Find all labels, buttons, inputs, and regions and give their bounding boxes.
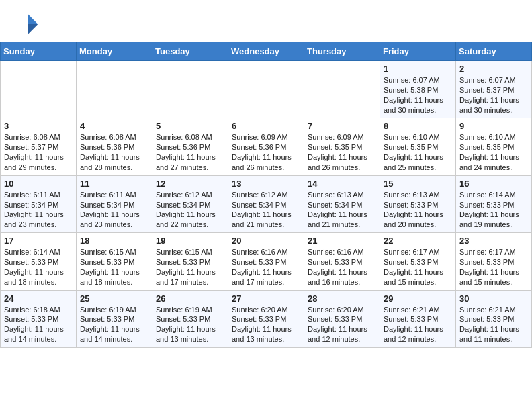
cell-content: Sunrise: 6:17 AMSunset: 5:33 PMDaylight:… — [384, 247, 452, 287]
calendar-cell — [152, 61, 228, 118]
cell-content: Sunrise: 6:11 AMSunset: 5:34 PMDaylight:… — [4, 190, 73, 230]
calendar-cell: 8Sunrise: 6:10 AMSunset: 5:35 PMDaylight… — [380, 118, 456, 175]
cell-content: Sunrise: 6:10 AMSunset: 5:35 PMDaylight:… — [384, 132, 452, 172]
day-number: 27 — [232, 293, 300, 304]
day-number: 28 — [308, 293, 376, 304]
logo — [16, 12, 44, 36]
calendar-table: SundayMondayTuesdayWednesdayThursdayFrid… — [0, 42, 532, 348]
week-row: 17Sunrise: 6:14 AMSunset: 5:33 PMDayligh… — [1, 233, 532, 290]
day-number: 16 — [459, 179, 528, 189]
calendar-wrap: SundayMondayTuesdayWednesdayThursdayFrid… — [0, 42, 532, 348]
day-number: 17 — [4, 236, 73, 246]
page-header — [0, 0, 532, 42]
calendar-cell — [228, 61, 304, 118]
calendar-cell: 13Sunrise: 6:12 AMSunset: 5:34 PMDayligh… — [228, 175, 304, 232]
week-row: 10Sunrise: 6:11 AMSunset: 5:34 PMDayligh… — [1, 175, 532, 232]
day-number: 10 — [4, 179, 73, 189]
cell-content: Sunrise: 6:07 AMSunset: 5:38 PMDaylight:… — [384, 75, 452, 115]
cell-content: Sunrise: 6:14 AMSunset: 5:33 PMDaylight:… — [4, 247, 73, 287]
cell-content: Sunrise: 6:19 AMSunset: 5:33 PMDaylight:… — [156, 305, 224, 345]
calendar-cell: 5Sunrise: 6:08 AMSunset: 5:36 PMDaylight… — [152, 118, 228, 175]
calendar-cell: 11Sunrise: 6:11 AMSunset: 5:34 PMDayligh… — [77, 175, 152, 232]
calendar-cell: 29Sunrise: 6:21 AMSunset: 5:33 PMDayligh… — [380, 290, 456, 347]
svg-marker-1 — [28, 24, 38, 34]
calendar-cell: 9Sunrise: 6:10 AMSunset: 5:35 PMDaylight… — [456, 118, 532, 175]
weekday-row: SundayMondayTuesdayWednesdayThursdayFrid… — [1, 42, 532, 61]
day-number: 11 — [80, 179, 148, 189]
day-number: 9 — [459, 121, 528, 131]
day-number: 1 — [384, 64, 452, 74]
calendar-cell: 17Sunrise: 6:14 AMSunset: 5:33 PMDayligh… — [1, 233, 77, 290]
weekday-header: Saturday — [456, 42, 532, 61]
calendar-cell: 6Sunrise: 6:09 AMSunset: 5:36 PMDaylight… — [228, 118, 304, 175]
svg-marker-0 — [28, 15, 38, 24]
cell-content: Sunrise: 6:13 AMSunset: 5:34 PMDaylight:… — [308, 190, 376, 230]
calendar-cell: 12Sunrise: 6:12 AMSunset: 5:34 PMDayligh… — [152, 175, 228, 232]
day-number: 19 — [156, 236, 224, 246]
day-number: 6 — [232, 121, 300, 131]
calendar-cell: 18Sunrise: 6:15 AMSunset: 5:33 PMDayligh… — [77, 233, 152, 290]
day-number: 23 — [459, 236, 528, 246]
weekday-header: Wednesday — [228, 42, 304, 61]
day-number: 29 — [384, 293, 452, 304]
cell-content: Sunrise: 6:08 AMSunset: 5:36 PMDaylight:… — [156, 132, 224, 172]
cell-content: Sunrise: 6:21 AMSunset: 5:33 PMDaylight:… — [384, 305, 452, 345]
day-number: 20 — [232, 236, 300, 246]
weekday-header: Sunday — [1, 42, 77, 61]
cell-content: Sunrise: 6:08 AMSunset: 5:37 PMDaylight:… — [4, 132, 73, 172]
calendar-cell: 2Sunrise: 6:07 AMSunset: 5:37 PMDaylight… — [456, 61, 532, 118]
calendar-header: SundayMondayTuesdayWednesdayThursdayFrid… — [1, 42, 532, 61]
cell-content: Sunrise: 6:11 AMSunset: 5:34 PMDaylight:… — [80, 190, 148, 230]
day-number: 2 — [459, 64, 528, 74]
calendar-cell: 23Sunrise: 6:17 AMSunset: 5:33 PMDayligh… — [456, 233, 532, 290]
cell-content: Sunrise: 6:16 AMSunset: 5:33 PMDaylight:… — [308, 247, 376, 287]
cell-content: Sunrise: 6:14 AMSunset: 5:33 PMDaylight:… — [459, 190, 528, 230]
calendar-cell: 1Sunrise: 6:07 AMSunset: 5:38 PMDaylight… — [380, 61, 456, 118]
calendar-cell: 4Sunrise: 6:08 AMSunset: 5:36 PMDaylight… — [77, 118, 152, 175]
calendar-cell: 28Sunrise: 6:20 AMSunset: 5:33 PMDayligh… — [304, 290, 380, 347]
calendar-cell: 3Sunrise: 6:08 AMSunset: 5:37 PMDaylight… — [1, 118, 77, 175]
cell-content: Sunrise: 6:20 AMSunset: 5:33 PMDaylight:… — [232, 305, 300, 345]
day-number: 18 — [80, 236, 148, 246]
cell-content: Sunrise: 6:12 AMSunset: 5:34 PMDaylight:… — [232, 190, 300, 230]
weekday-header: Friday — [380, 42, 456, 61]
day-number: 21 — [308, 236, 376, 246]
day-number: 7 — [308, 121, 376, 131]
day-number: 5 — [156, 121, 224, 131]
day-number: 25 — [80, 293, 148, 304]
calendar-cell: 19Sunrise: 6:15 AMSunset: 5:33 PMDayligh… — [152, 233, 228, 290]
calendar-cell: 16Sunrise: 6:14 AMSunset: 5:33 PMDayligh… — [456, 175, 532, 232]
cell-content: Sunrise: 6:10 AMSunset: 5:35 PMDaylight:… — [459, 132, 528, 172]
cell-content: Sunrise: 6:18 AMSunset: 5:33 PMDaylight:… — [4, 305, 73, 345]
calendar-cell — [304, 61, 380, 118]
logo-icon — [16, 12, 40, 36]
weekday-header: Monday — [77, 42, 152, 61]
calendar-cell: 7Sunrise: 6:09 AMSunset: 5:35 PMDaylight… — [304, 118, 380, 175]
week-row: 1Sunrise: 6:07 AMSunset: 5:38 PMDaylight… — [1, 61, 532, 118]
cell-content: Sunrise: 6:09 AMSunset: 5:35 PMDaylight:… — [308, 132, 376, 172]
day-number: 26 — [156, 293, 224, 304]
week-row: 3Sunrise: 6:08 AMSunset: 5:37 PMDaylight… — [1, 118, 532, 175]
cell-content: Sunrise: 6:15 AMSunset: 5:33 PMDaylight:… — [80, 247, 148, 287]
calendar-cell: 24Sunrise: 6:18 AMSunset: 5:33 PMDayligh… — [1, 290, 77, 347]
day-number: 8 — [384, 121, 452, 131]
day-number: 3 — [4, 121, 73, 131]
calendar-cell: 14Sunrise: 6:13 AMSunset: 5:34 PMDayligh… — [304, 175, 380, 232]
calendar-cell: 27Sunrise: 6:20 AMSunset: 5:33 PMDayligh… — [228, 290, 304, 347]
day-number: 4 — [80, 121, 148, 131]
calendar-cell — [77, 61, 152, 118]
cell-content: Sunrise: 6:12 AMSunset: 5:34 PMDaylight:… — [156, 190, 224, 230]
cell-content: Sunrise: 6:21 AMSunset: 5:33 PMDaylight:… — [459, 305, 528, 345]
cell-content: Sunrise: 6:19 AMSunset: 5:33 PMDaylight:… — [80, 305, 148, 345]
week-row: 24Sunrise: 6:18 AMSunset: 5:33 PMDayligh… — [1, 290, 532, 347]
weekday-header: Thursday — [304, 42, 380, 61]
calendar-cell: 20Sunrise: 6:16 AMSunset: 5:33 PMDayligh… — [228, 233, 304, 290]
cell-content: Sunrise: 6:07 AMSunset: 5:37 PMDaylight:… — [459, 75, 528, 115]
day-number: 14 — [308, 179, 376, 189]
cell-content: Sunrise: 6:08 AMSunset: 5:36 PMDaylight:… — [80, 132, 148, 172]
calendar-cell: 15Sunrise: 6:13 AMSunset: 5:33 PMDayligh… — [380, 175, 456, 232]
day-number: 12 — [156, 179, 224, 189]
calendar-cell: 26Sunrise: 6:19 AMSunset: 5:33 PMDayligh… — [152, 290, 228, 347]
weekday-header: Tuesday — [152, 42, 228, 61]
cell-content: Sunrise: 6:16 AMSunset: 5:33 PMDaylight:… — [232, 247, 300, 287]
